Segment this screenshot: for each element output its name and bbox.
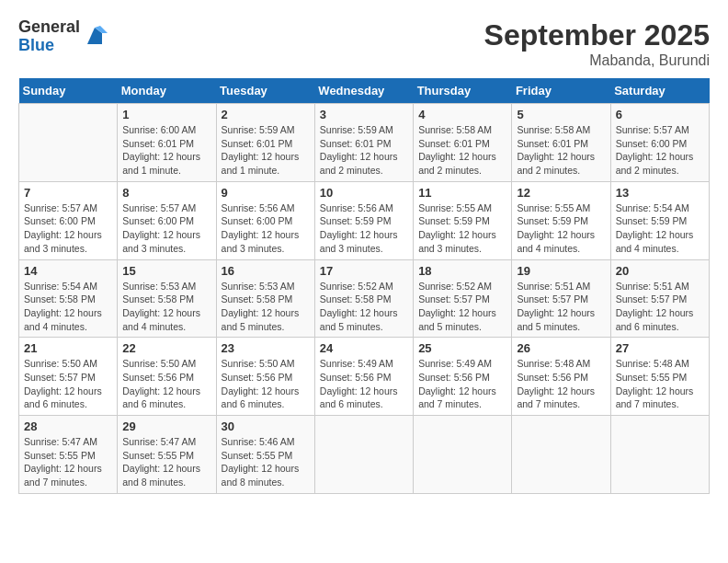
day-info: Sunrise: 5:49 AM Sunset: 5:56 PM Dayligh… (320, 357, 408, 411)
calendar-cell: 6Sunrise: 5:57 AM Sunset: 6:00 PM Daylig… (610, 104, 709, 182)
day-info: Sunrise: 5:58 AM Sunset: 6:01 PM Dayligh… (418, 123, 506, 178)
calendar-cell: 5Sunrise: 5:58 AM Sunset: 6:01 PM Daylig… (512, 104, 610, 182)
logo-general: General (18, 18, 80, 37)
day-info: Sunrise: 5:50 AM Sunset: 5:56 PM Dayligh… (222, 357, 310, 411)
day-info: Sunrise: 5:48 AM Sunset: 5:56 PM Dayligh… (517, 357, 605, 411)
header-day-tuesday: Tuesday (216, 78, 314, 104)
day-info: Sunrise: 5:52 AM Sunset: 5:57 PM Dayligh… (418, 280, 506, 334)
calendar-cell: 12Sunrise: 5:55 AM Sunset: 5:59 PM Dayli… (512, 181, 610, 259)
day-number: 25 (418, 341, 506, 355)
day-info: Sunrise: 5:59 AM Sunset: 6:01 PM Dayligh… (222, 123, 310, 178)
day-number: 10 (320, 186, 408, 200)
header-day-monday: Monday (118, 78, 216, 104)
day-number: 6 (616, 108, 704, 121)
calendar-cell: 11Sunrise: 5:55 AM Sunset: 5:59 PM Dayli… (414, 181, 512, 259)
day-number: 4 (418, 108, 506, 121)
day-number: 21 (24, 341, 112, 355)
calendar-cell: 25Sunrise: 5:49 AM Sunset: 5:56 PM Dayli… (414, 338, 512, 416)
calendar-cell: 24Sunrise: 5:49 AM Sunset: 5:56 PM Dayli… (314, 338, 413, 416)
day-info: Sunrise: 5:51 AM Sunset: 5:57 PM Dayligh… (517, 280, 605, 334)
day-number: 15 (122, 264, 210, 278)
calendar-cell: 1Sunrise: 6:00 AM Sunset: 6:01 PM Daylig… (118, 104, 216, 182)
day-number: 30 (222, 419, 310, 433)
calendar-cell: 4Sunrise: 5:58 AM Sunset: 6:01 PM Daylig… (414, 104, 512, 182)
day-info: Sunrise: 5:50 AM Sunset: 5:56 PM Dayligh… (122, 357, 210, 411)
day-info: Sunrise: 5:53 AM Sunset: 5:58 PM Dayligh… (222, 280, 310, 334)
calendar-cell: 20Sunrise: 5:51 AM Sunset: 5:57 PM Dayli… (610, 259, 709, 338)
day-info: Sunrise: 5:53 AM Sunset: 5:58 PM Dayligh… (122, 280, 210, 334)
calendar-cell: 10Sunrise: 5:56 AM Sunset: 5:59 PM Dayli… (314, 181, 413, 259)
calendar-cell (19, 104, 118, 182)
day-number: 5 (517, 108, 605, 121)
header-day-friday: Friday (512, 78, 610, 104)
header-day-saturday: Saturday (610, 78, 709, 104)
day-number: 20 (616, 264, 704, 278)
day-number: 28 (24, 419, 112, 433)
calendar-table: SundayMondayTuesdayWednesdayThursdayFrid… (18, 78, 710, 494)
header-day-wednesday: Wednesday (314, 78, 413, 104)
calendar-cell: 8Sunrise: 5:57 AM Sunset: 6:00 PM Daylig… (118, 181, 216, 259)
calendar-cell: 3Sunrise: 5:59 AM Sunset: 6:01 PM Daylig… (314, 104, 413, 182)
day-number: 13 (616, 186, 704, 200)
day-info: Sunrise: 5:55 AM Sunset: 5:59 PM Dayligh… (418, 201, 506, 256)
calendar-week-1: 7Sunrise: 5:57 AM Sunset: 6:00 PM Daylig… (19, 181, 710, 259)
calendar-cell: 19Sunrise: 5:51 AM Sunset: 5:57 PM Dayli… (512, 259, 610, 338)
calendar-cell: 13Sunrise: 5:54 AM Sunset: 5:59 PM Dayli… (610, 181, 709, 259)
calendar-cell: 30Sunrise: 5:46 AM Sunset: 5:55 PM Dayli… (216, 416, 314, 494)
calendar-cell: 27Sunrise: 5:48 AM Sunset: 5:55 PM Dayli… (610, 338, 709, 416)
day-number: 8 (122, 186, 210, 200)
calendar-cell (512, 416, 610, 494)
day-info: Sunrise: 5:50 AM Sunset: 5:57 PM Dayligh… (24, 357, 112, 411)
day-number: 24 (320, 341, 408, 355)
day-info: Sunrise: 5:51 AM Sunset: 5:57 PM Dayligh… (616, 280, 704, 334)
calendar-cell: 22Sunrise: 5:50 AM Sunset: 5:56 PM Dayli… (118, 338, 216, 416)
day-number: 19 (517, 264, 605, 278)
calendar-cell: 15Sunrise: 5:53 AM Sunset: 5:58 PM Dayli… (118, 259, 216, 338)
day-info: Sunrise: 5:54 AM Sunset: 5:58 PM Dayligh… (24, 280, 112, 334)
day-number: 12 (517, 186, 605, 200)
calendar-cell: 16Sunrise: 5:53 AM Sunset: 5:58 PM Dayli… (216, 259, 314, 338)
month-title: September 2025 (484, 18, 710, 52)
calendar-cell: 18Sunrise: 5:52 AM Sunset: 5:57 PM Dayli… (414, 259, 512, 338)
calendar-cell: 23Sunrise: 5:50 AM Sunset: 5:56 PM Dayli… (216, 338, 314, 416)
calendar-cell (610, 416, 709, 494)
calendar-cell: 21Sunrise: 5:50 AM Sunset: 5:57 PM Dayli… (19, 338, 118, 416)
day-info: Sunrise: 5:54 AM Sunset: 5:59 PM Dayligh… (616, 201, 704, 256)
day-info: Sunrise: 5:59 AM Sunset: 6:01 PM Dayligh… (320, 123, 408, 178)
header-day-sunday: Sunday (19, 78, 118, 104)
day-number: 1 (122, 108, 210, 121)
day-info: Sunrise: 5:56 AM Sunset: 5:59 PM Dayligh… (320, 201, 408, 256)
calendar-week-0: 1Sunrise: 6:00 AM Sunset: 6:01 PM Daylig… (19, 104, 710, 182)
day-number: 17 (320, 264, 408, 278)
day-info: Sunrise: 5:48 AM Sunset: 5:55 PM Dayligh… (616, 357, 704, 411)
day-number: 2 (222, 108, 310, 121)
calendar-cell: 7Sunrise: 5:57 AM Sunset: 6:00 PM Daylig… (19, 181, 118, 259)
calendar-cell: 29Sunrise: 5:47 AM Sunset: 5:55 PM Dayli… (118, 416, 216, 494)
day-info: Sunrise: 5:57 AM Sunset: 6:00 PM Dayligh… (122, 201, 210, 256)
day-info: Sunrise: 5:52 AM Sunset: 5:58 PM Dayligh… (320, 280, 408, 334)
day-info: Sunrise: 5:58 AM Sunset: 6:01 PM Dayligh… (517, 123, 605, 178)
day-number: 3 (320, 108, 408, 121)
day-number: 23 (222, 341, 310, 355)
calendar-cell: 14Sunrise: 5:54 AM Sunset: 5:58 PM Dayli… (19, 259, 118, 338)
day-info: Sunrise: 5:49 AM Sunset: 5:56 PM Dayligh… (418, 357, 506, 411)
calendar-cell: 9Sunrise: 5:56 AM Sunset: 6:00 PM Daylig… (216, 181, 314, 259)
title-block: September 2025 Mabanda, Burundi (484, 18, 710, 69)
day-number: 16 (222, 264, 310, 278)
day-info: Sunrise: 5:55 AM Sunset: 5:59 PM Dayligh… (517, 201, 605, 256)
day-info: Sunrise: 5:46 AM Sunset: 5:55 PM Dayligh… (222, 435, 310, 489)
calendar-week-4: 28Sunrise: 5:47 AM Sunset: 5:55 PM Dayli… (19, 416, 710, 494)
day-number: 11 (418, 186, 506, 200)
day-number: 29 (122, 419, 210, 433)
day-number: 27 (616, 341, 704, 355)
calendar-cell (414, 416, 512, 494)
day-info: Sunrise: 5:47 AM Sunset: 5:55 PM Dayligh… (122, 435, 210, 489)
day-number: 7 (24, 186, 112, 200)
day-number: 26 (517, 341, 605, 355)
calendar-cell: 26Sunrise: 5:48 AM Sunset: 5:56 PM Dayli… (512, 338, 610, 416)
header-day-thursday: Thursday (414, 78, 512, 104)
logo: General Blue (18, 18, 108, 55)
day-number: 22 (122, 341, 210, 355)
calendar-cell: 2Sunrise: 5:59 AM Sunset: 6:01 PM Daylig… (216, 104, 314, 182)
logo-blue: Blue (18, 37, 80, 55)
